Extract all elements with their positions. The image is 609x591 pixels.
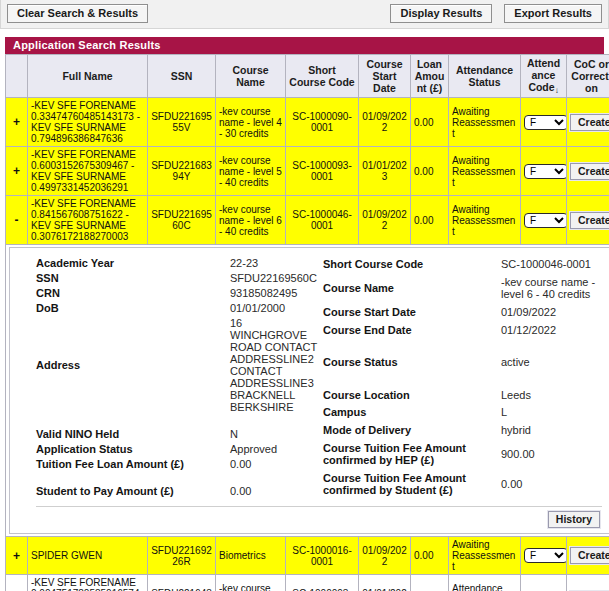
attendance-code-select[interactable]: F bbox=[524, 213, 567, 228]
cell-full-name: -KEV SFE FORENAME 0.6003152675309467 -KE… bbox=[28, 147, 148, 196]
detail-field-label: Course End Date bbox=[323, 324, 495, 336]
cell-course-name: -kev course name - level 6 - 40 credits bbox=[216, 196, 286, 245]
results-panel: Application Search Results Full Name SSN… bbox=[5, 37, 604, 591]
cell-loan-amount: 0.00 bbox=[411, 575, 449, 591]
header-course-start-date: Course Start Date bbox=[359, 55, 411, 98]
cell-course-start-date: 01/09/2022 bbox=[359, 196, 411, 245]
export-results-button[interactable]: Export Results bbox=[504, 4, 602, 23]
cell-ssn: SFDU22169555V bbox=[148, 98, 216, 147]
history-button[interactable]: History bbox=[548, 511, 600, 528]
table-row: + -KEV SFE FORENAME 0.6003152675309467 -… bbox=[6, 147, 609, 196]
detail-field-label: Mode of Delivery bbox=[323, 424, 495, 436]
detail-right-column: Short Course CodeSC-1000046-0001Course N… bbox=[319, 257, 602, 497]
detail-field-label: Course Status bbox=[323, 356, 495, 368]
detail-spacer bbox=[36, 473, 319, 482]
detail-spacer bbox=[323, 341, 602, 350]
detail-field-value: 93185082495 bbox=[230, 287, 319, 299]
detail-row: Academic Year22-23SSNSFDU22169560CCRN931… bbox=[6, 245, 609, 537]
attendance-code-cell: F bbox=[521, 98, 567, 147]
header-full-name: Full Name bbox=[28, 55, 148, 98]
cell-course-start-date: 01/01/2023 bbox=[359, 147, 411, 196]
cell-full-name: -KEV SFE FORENAME 0.33474760485143173 -K… bbox=[28, 98, 148, 147]
detail-field-value: hybrid bbox=[501, 424, 602, 436]
detail-field-value: SC-1000046-0001 bbox=[501, 258, 602, 270]
detail-field-label: Short Course Code bbox=[323, 258, 495, 270]
coc-cell: Create bbox=[567, 98, 609, 147]
header-coc-or-correction: CoC or Correction bbox=[567, 55, 609, 98]
create-button[interactable]: Create bbox=[570, 547, 609, 564]
cell-short-course-code: SC-1000093-0001 bbox=[286, 575, 359, 591]
detail-field-label: SSN bbox=[36, 272, 224, 284]
header-attendance-status: Attendance Status bbox=[449, 55, 521, 98]
attendance-code-select[interactable]: F bbox=[524, 164, 567, 179]
detail-field-value: -kev course name - level 6 - 40 credits bbox=[501, 276, 602, 300]
cell-loan-amount: 0.00 bbox=[411, 147, 449, 196]
cell-ssn: SFDU22169560C bbox=[148, 196, 216, 245]
panel-title: Application Search Results bbox=[5, 37, 604, 54]
cell-full-name: -KEV SFE FORENAME 0.841567608751622 -KEV… bbox=[28, 196, 148, 245]
cell-ssn: SFDU22169226R bbox=[148, 537, 216, 575]
detail-field-value: 0.00 bbox=[501, 478, 602, 490]
detail-field-value: 0.00 bbox=[230, 485, 319, 497]
clear-search-results-button[interactable]: Clear Search & Results bbox=[7, 4, 148, 23]
detail-field-label: Course Tuition Fee Amount confirmed by H… bbox=[323, 442, 495, 466]
detail-field-label: Tuition Fee Loan Amount (£) bbox=[36, 458, 224, 470]
detail-field-label: Course Start Date bbox=[323, 306, 495, 318]
expand-toggle[interactable]: + bbox=[6, 575, 28, 591]
create-button[interactable]: Create bbox=[570, 212, 609, 229]
detail-field-value: 0.00 bbox=[230, 458, 319, 470]
detail-field-value: Approved bbox=[230, 443, 319, 455]
cell-full-name: SPIDER GWEN bbox=[28, 537, 148, 575]
cell-short-course-code: SC-1000016-0001 bbox=[286, 537, 359, 575]
cell-attendance-status: Awaiting Reassessment bbox=[449, 196, 521, 245]
table-row: + -KEV SFE FORENAME 0.33474760485143173 … bbox=[6, 98, 609, 147]
display-results-button[interactable]: Display Results bbox=[390, 4, 492, 23]
header-short-course-code: Short Course Code bbox=[286, 55, 359, 98]
cell-course-start-date: 01/01/2023 bbox=[359, 575, 411, 591]
detail-field-label: DoB bbox=[36, 302, 224, 314]
cell-short-course-code: SC-1000046-0001 bbox=[286, 196, 359, 245]
detail-footer: History bbox=[36, 506, 602, 528]
detail-field-label: Valid NINO Held bbox=[36, 428, 224, 440]
expand-toggle[interactable]: + bbox=[6, 98, 28, 147]
detail-field-label: Academic Year bbox=[36, 257, 224, 269]
header-expand bbox=[6, 55, 28, 98]
cell-attendance-status: Attendance Confirmation Not Required bbox=[449, 575, 521, 591]
application-results-table: Full Name SSN Course Name Short Course C… bbox=[5, 54, 609, 591]
create-button[interactable]: Create bbox=[570, 163, 609, 180]
detail-field-label: Course Name bbox=[323, 282, 495, 294]
detail-field-value: 900.00 bbox=[501, 448, 602, 460]
detail-field-value: 01/09/2022 bbox=[501, 306, 602, 318]
expand-toggle[interactable]: + bbox=[6, 147, 28, 196]
cell-ssn: SFDU22168394Y bbox=[148, 147, 216, 196]
attendance-code-cell: D bbox=[521, 575, 567, 591]
cell-course-name: -kev course name - level 5 - 40 credits bbox=[216, 575, 286, 591]
cell-short-course-code: SC-1000093-0001 bbox=[286, 147, 359, 196]
results-tbody: + -KEV SFE FORENAME 0.33474760485143173 … bbox=[6, 98, 609, 591]
header-attendance-code[interactable]: Attendance Code↓ bbox=[521, 55, 567, 98]
top-toolbar: Clear Search & Results Display Results E… bbox=[0, 0, 609, 29]
detail-left-column: Academic Year22-23SSNSFDU22169560CCRN931… bbox=[36, 257, 319, 497]
header-loan-amount: Loan Amount (£) bbox=[411, 55, 449, 98]
attendance-code-select[interactable]: F bbox=[524, 548, 567, 563]
detail-field-value: N bbox=[230, 428, 319, 440]
expand-toggle[interactable]: - bbox=[6, 196, 28, 245]
cell-loan-amount: 0.00 bbox=[411, 537, 449, 575]
table-row: + -KEV SFE FORENAME 0.004751780585016574… bbox=[6, 575, 609, 591]
attendance-code-cell: F bbox=[521, 196, 567, 245]
header-course-name: Course Name bbox=[216, 55, 286, 98]
create-button[interactable]: Create bbox=[570, 114, 609, 131]
detail-field-value: Leeds bbox=[501, 389, 602, 401]
expand-toggle[interactable]: + bbox=[6, 537, 28, 575]
detail-field-label: Address bbox=[36, 359, 224, 371]
header-ssn: SSN bbox=[148, 55, 216, 98]
attendance-code-cell: F bbox=[521, 147, 567, 196]
coc-cell: Create bbox=[567, 575, 609, 591]
coc-cell: Create bbox=[567, 196, 609, 245]
cell-attendance-status: Awaiting Reassessment bbox=[449, 98, 521, 147]
attendance-code-select[interactable]: F bbox=[524, 115, 567, 130]
detail-field-value: 16 WINCHGROVE ROAD CONTACT ADDRESSLINE2 … bbox=[230, 317, 319, 413]
table-row: + SPIDER GWEN SFDU22169226R Biometrics S… bbox=[6, 537, 609, 575]
cell-short-course-code: SC-1000090-0001 bbox=[286, 98, 359, 147]
table-header-row: Full Name SSN Course Name Short Course C… bbox=[6, 55, 609, 98]
